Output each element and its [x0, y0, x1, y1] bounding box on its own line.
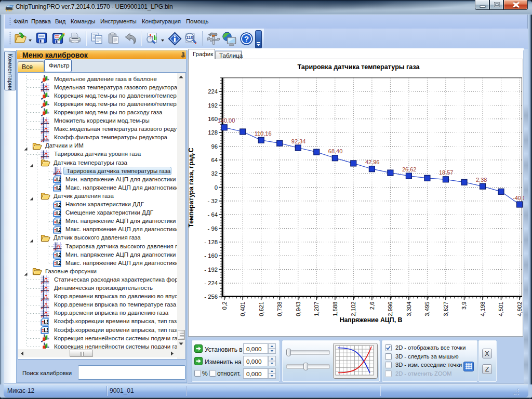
svg-text:0,2: 0,2	[221, 301, 228, 310]
svg-text:- 32: - 32	[208, 198, 218, 204]
svg-text:0,621: 0,621	[258, 301, 264, 316]
svg-text:- 224: - 224	[204, 280, 218, 286]
svg-text:160: 160	[208, 116, 218, 122]
svg-text:26,62: 26,62	[402, 166, 417, 172]
svg-text:3,495: 3,495	[424, 301, 430, 316]
svg-text:18,57: 18,57	[439, 169, 454, 176]
svg-text:-40,00: -40,00	[513, 195, 524, 201]
svg-text:92,34: 92,34	[291, 138, 306, 144]
svg-text:128: 128	[208, 129, 218, 136]
svg-text:4,501: 4,501	[498, 301, 504, 316]
svg-text:3,9: 3,9	[461, 301, 468, 310]
svg-text:- 256: - 256	[204, 294, 218, 300]
svg-text:4,198: 4,198	[480, 301, 486, 316]
svg-text:0,943: 0,943	[295, 301, 301, 316]
svg-text:140,00: 140,00	[218, 117, 235, 124]
svg-text:110,16: 110,16	[255, 130, 272, 137]
svg-text:2,102: 2,102	[350, 301, 356, 316]
svg-text:Тарировка датчика температуры: Тарировка датчика температуры газа	[297, 63, 420, 71]
svg-text:42,96: 42,96	[365, 159, 380, 165]
svg-text:192: 192	[208, 102, 218, 109]
svg-text:68,40: 68,40	[328, 148, 343, 154]
svg-text:4,902: 4,902	[516, 301, 523, 316]
svg-text:224: 224	[208, 88, 218, 95]
svg-text:2,996: 2,996	[387, 301, 393, 316]
svg-text:1,588: 1,588	[332, 301, 338, 316]
svg-text:110: 110	[186, 35, 193, 40]
svg-text:0,401: 0,401	[240, 301, 246, 316]
svg-text:- 96: - 96	[208, 225, 218, 232]
svg-text:2,38: 2,38	[476, 177, 487, 183]
svg-text:- 192: - 192	[204, 267, 218, 273]
svg-text:0,738: 0,738	[276, 301, 283, 316]
svg-text:32: 32	[211, 170, 218, 177]
svg-text:Температура газа, град.С: Температура газа, град.С	[188, 148, 195, 227]
svg-text:?: ?	[244, 34, 249, 43]
svg-text:64: 64	[211, 157, 218, 163]
svg-text:3,304: 3,304	[406, 301, 412, 316]
svg-text:- 64: - 64	[208, 211, 218, 218]
svg-text:0: 0	[215, 184, 218, 191]
svg-text:3,627: 3,627	[443, 301, 449, 316]
svg-text:Напряжение АЦП, В: Напряжение АЦП, В	[340, 316, 403, 324]
svg-text:- 160: - 160	[204, 252, 218, 259]
svg-text:1,207: 1,207	[313, 301, 320, 316]
svg-text:- 128: - 128	[204, 239, 218, 245]
svg-text:96: 96	[211, 143, 218, 150]
svg-text:2,6: 2,6	[369, 301, 375, 310]
